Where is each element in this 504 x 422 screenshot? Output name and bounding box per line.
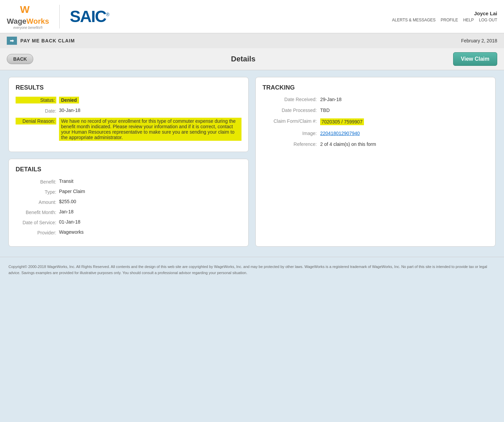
claim-form-row: Claim Form/Claim #: 7020305 / 7599907 — [263, 118, 488, 125]
help-link[interactable]: HELP — [463, 18, 474, 22]
denial-reason-value: We have no record of your enrollment for… — [59, 118, 241, 141]
header: W WageWorks everyone benefits® SAIC® Joy… — [0, 0, 504, 33]
type-row: Type: Paper Claim — [16, 189, 241, 195]
svg-text:W: W — [20, 4, 30, 15]
type-value: Paper Claim — [59, 189, 85, 194]
header-nav: ALERTS & MESSAGES PROFILE HELP LOG OUT — [392, 18, 497, 22]
view-claim-button[interactable]: View Claim — [453, 52, 497, 66]
benefit-value: Transit — [59, 178, 73, 184]
results-card: RESULTS Status: Denied Date: 30-Jan-18 D… — [8, 77, 249, 152]
top-bar: ➡ PAY ME BACK CLAIM February 2, 2018 — [0, 33, 504, 48]
date-processed-value: TBD — [320, 108, 330, 113]
header-user-area: Joyce Lai ALERTS & MESSAGES PROFILE HELP… — [392, 11, 497, 22]
benefit-month-value: Jan-18 — [59, 209, 74, 214]
benefit-row: Benefit: Transit — [16, 178, 241, 185]
image-value: 220418012907940 — [320, 131, 360, 136]
date-row: Date: 30-Jan-18 — [16, 108, 241, 114]
type-label: Type: — [16, 189, 56, 195]
page-title: Details — [231, 55, 255, 63]
results-card-title: RESULTS — [16, 84, 241, 91]
footer-text: Copyright© 2000-2018 WageWorks, Inc. All… — [8, 265, 487, 275]
user-name: Joyce Lai — [392, 11, 497, 16]
date-of-service-row: Date of Service: 01-Jan-18 — [16, 219, 241, 225]
alerts-messages-link[interactable]: ALERTS & MESSAGES — [392, 18, 436, 22]
date-received-row: Date Received: 29-Jan-18 — [263, 97, 488, 102]
date-received-label: Date Received: — [263, 97, 317, 102]
top-bar-date: February 2, 2018 — [461, 38, 497, 43]
main-content: RESULTS Status: Denied Date: 30-Jan-18 D… — [0, 70, 504, 253]
benefit-month-row: Benefit Month: Jan-18 — [16, 209, 241, 215]
back-button[interactable]: BACK — [7, 54, 33, 64]
saic-logo: SAIC® — [70, 8, 109, 25]
benefit-month-label: Benefit Month: — [16, 209, 56, 215]
page-header: BACK Details View Claim — [0, 48, 504, 70]
date-of-service-label: Date of Service: — [16, 219, 56, 225]
logout-link[interactable]: LOG OUT — [479, 18, 497, 22]
top-bar-left: ➡ PAY ME BACK CLAIM — [7, 37, 75, 45]
status-label: Status: — [16, 97, 56, 103]
pay-me-back-icon: ➡ — [7, 37, 17, 45]
reference-row: Reference: 2 of 4 claim(s) on this form — [263, 141, 488, 147]
claim-form-label: Claim Form/Claim #: — [263, 118, 317, 124]
status-row: Status: Denied — [16, 97, 241, 103]
date-label: Date: — [16, 108, 56, 114]
date-of-service-value: 01-Jan-18 — [59, 219, 80, 225]
date-processed-row: Date Processed: TBD — [263, 108, 488, 113]
denial-reason-row: Denial Reason: We have no record of your… — [16, 118, 241, 141]
date-value: 30-Jan-18 — [59, 108, 80, 113]
tracking-card-title: TRACKING — [263, 84, 488, 91]
date-received-value: 29-Jan-18 — [320, 97, 342, 102]
details-card: DETAILS Benefit: Transit Type: Paper Cla… — [8, 159, 249, 247]
amount-row: Amount: $255.00 — [16, 199, 241, 205]
image-label: Image: — [263, 131, 317, 136]
logo-divider — [59, 5, 60, 28]
wageworks-wordmark: WageWorks — [7, 17, 49, 26]
reference-value: 2 of 4 claim(s) on this form — [320, 141, 376, 147]
provider-value: Wageworks — [59, 229, 84, 235]
wageworks-icon: W — [19, 3, 36, 17]
image-row: Image: 220418012907940 — [263, 131, 488, 136]
reference-label: Reference: — [263, 141, 317, 147]
amount-label: Amount: — [16, 199, 56, 205]
wageworks-tagline: everyone benefits® — [13, 26, 42, 30]
amount-value: $255.00 — [59, 199, 76, 204]
denial-reason-label: Denial Reason: — [16, 118, 56, 124]
footer: Copyright© 2000-2018 WageWorks, Inc. All… — [0, 257, 504, 283]
benefit-label: Benefit: — [16, 178, 56, 185]
details-card-title: DETAILS — [16, 166, 241, 173]
logos: W WageWorks everyone benefits® SAIC® — [7, 3, 109, 30]
provider-row: Provider: Wageworks — [16, 229, 241, 235]
date-processed-label: Date Processed: — [263, 108, 317, 113]
profile-link[interactable]: PROFILE — [441, 18, 458, 22]
wageworks-logo: W WageWorks everyone benefits® — [7, 3, 49, 30]
provider-label: Provider: — [16, 229, 56, 235]
claim-form-value: 7020305 / 7599907 — [320, 118, 364, 125]
tracking-card: TRACKING Date Received: 29-Jan-18 Date P… — [255, 77, 496, 247]
top-bar-title: PAY ME BACK CLAIM — [20, 38, 75, 43]
status-value: Denied — [59, 97, 79, 103]
image-link[interactable]: 220418012907940 — [320, 131, 360, 136]
